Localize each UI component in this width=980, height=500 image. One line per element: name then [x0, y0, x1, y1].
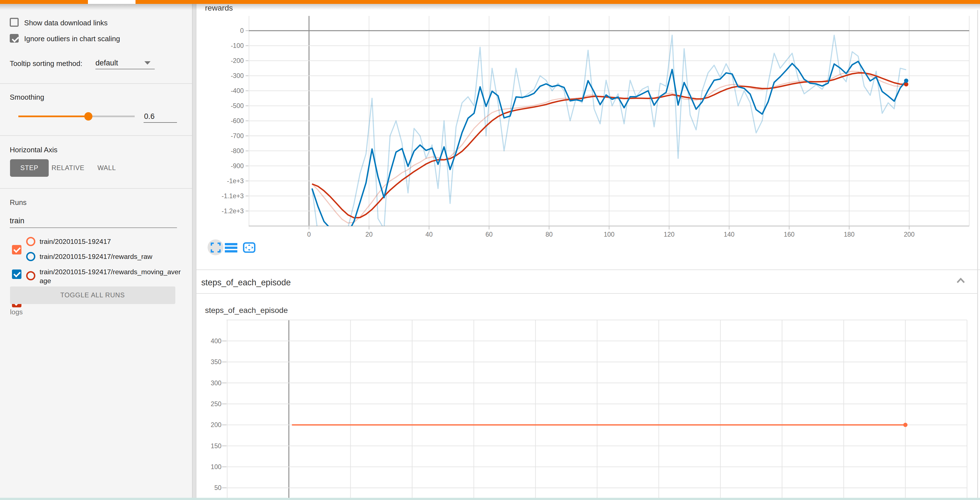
divider — [0, 83, 192, 84]
ignore-outliers-label: Ignore outliers in chart scaling — [24, 35, 120, 43]
check-icon — [13, 245, 21, 253]
run-checkbox-blue[interactable] — [12, 269, 21, 279]
svg-text:400: 400 — [211, 338, 221, 345]
sidebar — [0, 4, 192, 500]
smoothing-value-underline — [143, 112, 177, 123]
rewards-chart-title: rewards — [205, 3, 233, 13]
svg-text:160: 160 — [784, 231, 794, 238]
display-mode-icon[interactable] — [225, 243, 237, 253]
svg-text:-900: -900 — [231, 162, 243, 170]
section-divider — [196, 269, 980, 270]
ignore-outliers-checkbox[interactable] — [10, 34, 19, 43]
expand-icon[interactable] — [211, 242, 221, 253]
dropdown-underline — [95, 69, 155, 69]
section-divider — [196, 293, 977, 294]
svg-text:-800: -800 — [231, 147, 243, 154]
svg-text:-1.1e+3: -1.1e+3 — [221, 193, 243, 200]
horizontal-axis-label: Horizontal Axis — [10, 146, 57, 154]
run-filter-underline — [10, 228, 177, 228]
svg-text:40: 40 — [425, 231, 433, 238]
run-label: train/20201015-192417 — [40, 237, 111, 246]
steps-chart-title: steps_of_each_episode — [205, 306, 288, 315]
chevron-up-icon[interactable] — [956, 278, 965, 283]
svg-text:0: 0 — [307, 231, 311, 238]
svg-text:20: 20 — [365, 231, 372, 238]
axis-relative-button[interactable]: RELATIVE — [49, 159, 88, 177]
smoothing-label: Smoothing — [10, 93, 44, 102]
svg-text:-700: -700 — [231, 132, 243, 140]
svg-text:-1e+3: -1e+3 — [227, 177, 243, 185]
svg-text:120: 120 — [663, 231, 675, 238]
svg-text:-300: -300 — [231, 72, 243, 80]
svg-text:-600: -600 — [231, 117, 243, 124]
show-download-links-label: Show data download links — [24, 19, 108, 27]
smoothing-slider-thumb[interactable] — [84, 112, 92, 120]
active-tab-underline — [88, 0, 135, 4]
svg-text:50: 50 — [214, 484, 221, 492]
svg-text:100: 100 — [603, 231, 614, 238]
chevron-down-icon[interactable] — [145, 61, 151, 65]
svg-text:80: 80 — [546, 231, 553, 238]
rewards-chart[interactable]: 0-100-200-300-400-500-600-700-800-900-1e… — [207, 13, 980, 242]
steps-chart[interactable]: 40035030025020015010050 — [207, 317, 980, 500]
svg-text:180: 180 — [844, 231, 854, 238]
tooltip-sorting-dropdown[interactable]: default — [95, 59, 118, 67]
tooltip-sorting-label: Tooltip sorting method: — [10, 59, 82, 68]
smoothing-slider-active-track[interactable] — [18, 116, 88, 117]
svg-text:200: 200 — [904, 231, 915, 238]
show-download-links-checkbox[interactable] — [10, 18, 19, 27]
bottom-edge-strip — [0, 498, 980, 500]
run-filter-input[interactable] — [10, 216, 173, 225]
check-icon — [13, 270, 21, 277]
svg-text:-100: -100 — [231, 42, 243, 49]
svg-text:-1.2e+3: -1.2e+3 — [221, 207, 243, 215]
run-label: train/20201015-192417/rewards_raw — [40, 252, 152, 261]
divider — [0, 135, 192, 136]
svg-text:100: 100 — [211, 463, 221, 470]
svg-text:0: 0 — [240, 27, 244, 34]
toggle-all-runs-button[interactable]: TOGGLE ALL RUNS — [10, 287, 175, 304]
fit-domain-icon[interactable] — [243, 242, 255, 253]
smoothing-slider-track[interactable] — [88, 116, 135, 117]
svg-text:-200: -200 — [231, 57, 243, 64]
svg-text:150: 150 — [211, 443, 221, 450]
svg-text:300: 300 — [211, 379, 221, 387]
svg-text:200: 200 — [211, 422, 221, 429]
logs-label: logs — [10, 308, 23, 316]
svg-text:350: 350 — [211, 358, 221, 366]
run-checkbox-orange[interactable] — [12, 245, 21, 255]
svg-text:-400: -400 — [231, 87, 243, 94]
run-label: train/20201015-192417/rewards_moving_ave… — [40, 268, 183, 285]
horizontal-axis-button-group: STEPRELATIVEWALL — [10, 159, 126, 177]
sidebar-resizer-handle[interactable] — [192, 4, 196, 500]
divider — [0, 188, 192, 189]
axis-step-button[interactable]: STEP — [10, 159, 49, 177]
svg-text:140: 140 — [724, 231, 735, 238]
steps-section-header[interactable]: steps_of_each_episode — [201, 277, 291, 287]
header-bottom-bar — [0, 0, 980, 4]
svg-text:-500: -500 — [231, 102, 243, 110]
svg-text:250: 250 — [211, 400, 221, 408]
svg-text:60: 60 — [485, 231, 493, 238]
check-icon — [12, 35, 19, 43]
tensorboard-app: Show data download links Ignore outliers… — [0, 0, 980, 500]
axis-wall-button[interactable]: WALL — [88, 159, 126, 177]
header-shadow — [0, 4, 980, 10]
runs-label: Runs — [10, 199, 27, 207]
